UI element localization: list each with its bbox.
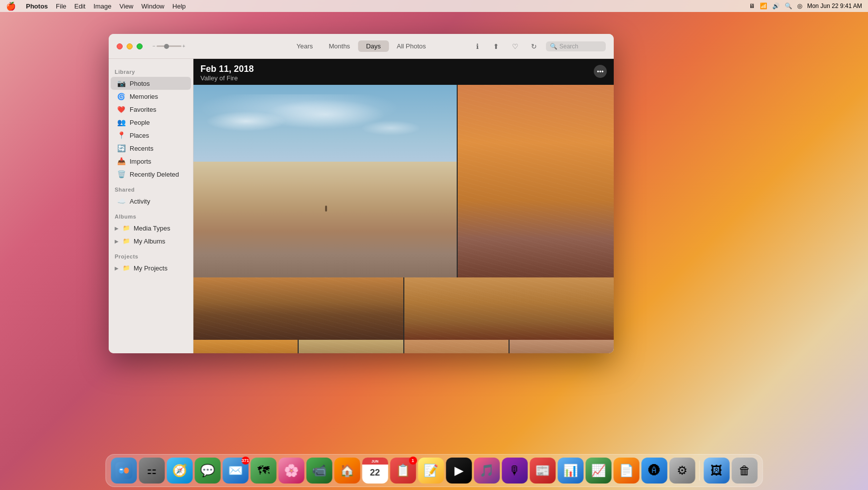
- photos-sidebar-icon: 📷: [117, 79, 126, 88]
- sidebar-item-places[interactable]: 📍 Places: [111, 129, 191, 142]
- projects-section-label: Projects: [109, 247, 193, 261]
- menu-file[interactable]: File: [56, 2, 66, 10]
- tab-years[interactable]: Years: [289, 40, 321, 52]
- search-bar[interactable]: 🔍 Search: [546, 41, 606, 51]
- rock-texture-6: [404, 340, 509, 353]
- rock-texture: [458, 85, 614, 277]
- sidebar-item-media-types[interactable]: ▶ 📁 Media Types: [111, 222, 191, 235]
- menu-help[interactable]: Help: [173, 2, 186, 10]
- photo-sunset-desert[interactable]: [458, 85, 614, 277]
- sidebar-item-my-projects[interactable]: ▶ 📁 My Projects: [111, 261, 191, 274]
- photo-row-2: [193, 277, 614, 340]
- dock-finder[interactable]: [111, 458, 137, 484]
- person-silhouette: [325, 206, 327, 212]
- minimize-button[interactable]: [127, 43, 133, 49]
- dock-mail[interactable]: ✉️ 371: [222, 458, 248, 484]
- dock-home[interactable]: 🏠: [334, 458, 360, 484]
- photo-row-1: [193, 85, 614, 277]
- dock-system-preferences[interactable]: ⚙: [669, 458, 695, 484]
- favorite-icon[interactable]: ♡: [508, 39, 522, 53]
- menubar-siri-icon[interactable]: ◎: [797, 2, 802, 9]
- dock-news[interactable]: 📰: [529, 458, 555, 484]
- sidebar-item-recently-deleted[interactable]: 🗑️ Recently Deleted: [111, 168, 191, 181]
- rotate-icon[interactable]: ↻: [527, 39, 541, 53]
- zoom-out-icon[interactable]: −: [153, 43, 156, 49]
- sidebar-item-activity[interactable]: ☁️ Activity: [111, 195, 191, 208]
- rock-texture-3: [404, 277, 614, 340]
- imports-sidebar-icon: 📥: [117, 157, 126, 166]
- chevron-right-icon-projects: ▶: [115, 265, 119, 271]
- sidebar-item-label-photos: Photos: [130, 80, 150, 87]
- sidebar-item-my-albums[interactable]: ▶ 📁 My Albums: [111, 235, 191, 247]
- zoom-in-icon[interactable]: +: [182, 43, 185, 49]
- photo-dirt-road[interactable]: [299, 340, 403, 353]
- dock-tv[interactable]: ▶: [446, 458, 472, 484]
- dock-maps[interactable]: 🗺: [250, 458, 276, 484]
- photo-sunset-road[interactable]: [193, 340, 298, 353]
- group-date-1: Feb 11, 2018: [200, 64, 607, 74]
- chevron-right-icon: ▶: [115, 226, 119, 231]
- dock-messages[interactable]: 💬: [194, 458, 220, 484]
- dock-pages[interactable]: 📄: [613, 458, 639, 484]
- photo-main-desert[interactable]: [193, 85, 457, 277]
- desktop: − + Years Months Days All Photos ℹ ⬆ ♡ ↻…: [0, 12, 868, 490]
- search-icon: 🔍: [550, 43, 557, 50]
- people-sidebar-icon: 👥: [117, 118, 126, 127]
- podcasts-icon: 🎙: [509, 464, 521, 478]
- clouds: [193, 94, 457, 162]
- maximize-button[interactable]: [137, 43, 143, 49]
- dock-calendar[interactable]: JUN 22: [362, 458, 388, 484]
- menubar-time: Mon Jun 22 9:41 AM: [807, 2, 862, 9]
- sidebar-item-photos[interactable]: 📷 Photos: [111, 77, 191, 90]
- dock-launchpad[interactable]: ⚏: [139, 458, 165, 484]
- facetime-icon: 📹: [312, 464, 327, 478]
- sidebar-item-people[interactable]: 👥 People: [111, 116, 191, 129]
- photo-row-3: +3: [193, 340, 614, 353]
- zoom-slider[interactable]: [157, 45, 181, 47]
- albums-section-label: Albums: [109, 208, 193, 222]
- info-icon[interactable]: ℹ: [470, 39, 484, 53]
- dock-preview[interactable]: 🖼: [703, 458, 729, 484]
- app-name[interactable]: Photos: [26, 2, 48, 10]
- sidebar-item-recents[interactable]: 🔄 Recents: [111, 142, 191, 155]
- dock-appstore[interactable]: 🅐: [641, 458, 667, 484]
- share-icon[interactable]: ⬆: [489, 39, 503, 53]
- menu-view[interactable]: View: [120, 2, 134, 10]
- dock-photos[interactable]: 🌸: [278, 458, 304, 484]
- tab-all-photos[interactable]: All Photos: [389, 40, 434, 52]
- dock-safari[interactable]: 🧭: [167, 458, 192, 484]
- tab-days[interactable]: Days: [358, 40, 389, 52]
- dock-podcasts[interactable]: 🎙: [502, 458, 527, 484]
- menu-window[interactable]: Window: [142, 2, 165, 10]
- group-more-button-1[interactable]: •••: [594, 65, 607, 78]
- pages-icon: 📄: [619, 464, 634, 478]
- tab-months[interactable]: Months: [321, 40, 358, 52]
- rock-texture-5: [299, 340, 403, 353]
- safari-icon: 🧭: [172, 464, 187, 478]
- apple-menu[interactable]: 🍎: [6, 1, 16, 11]
- sidebar-item-favorites[interactable]: ❤️ Favorites: [111, 103, 191, 116]
- photo-canyon-road[interactable]: [404, 340, 509, 353]
- sidebar-item-imports[interactable]: 📥 Imports: [111, 155, 191, 168]
- photo-desert-road[interactable]: [404, 277, 614, 340]
- photo-winding-road[interactable]: +3: [510, 340, 614, 353]
- dock-numbers[interactable]: 📈: [585, 458, 611, 484]
- menubar-search-icon[interactable]: 🔍: [785, 2, 792, 9]
- menu-image[interactable]: Image: [93, 2, 111, 10]
- dock-keynote[interactable]: 📊: [557, 458, 583, 484]
- maps-icon: 🗺: [257, 464, 269, 478]
- photo-silhouette-hill[interactable]: [193, 277, 403, 340]
- dock-music[interactable]: 🎵: [474, 458, 500, 484]
- menubar-wifi-icon: 📶: [760, 2, 767, 9]
- menu-edit[interactable]: Edit: [74, 2, 85, 10]
- finder-icon: [115, 462, 132, 479]
- dock-notes[interactable]: 📝: [418, 458, 444, 484]
- dock-reminders[interactable]: 📋 1: [390, 458, 416, 484]
- dock-facetime[interactable]: 📹: [306, 458, 332, 484]
- numbers-icon: 📈: [591, 464, 606, 478]
- zoom-control[interactable]: − +: [153, 43, 185, 49]
- close-button[interactable]: [117, 43, 123, 49]
- places-sidebar-icon: 📍: [117, 131, 126, 140]
- dock-trash[interactable]: 🗑: [731, 458, 757, 484]
- sidebar-item-memories[interactable]: 🌀 Memories: [111, 90, 191, 103]
